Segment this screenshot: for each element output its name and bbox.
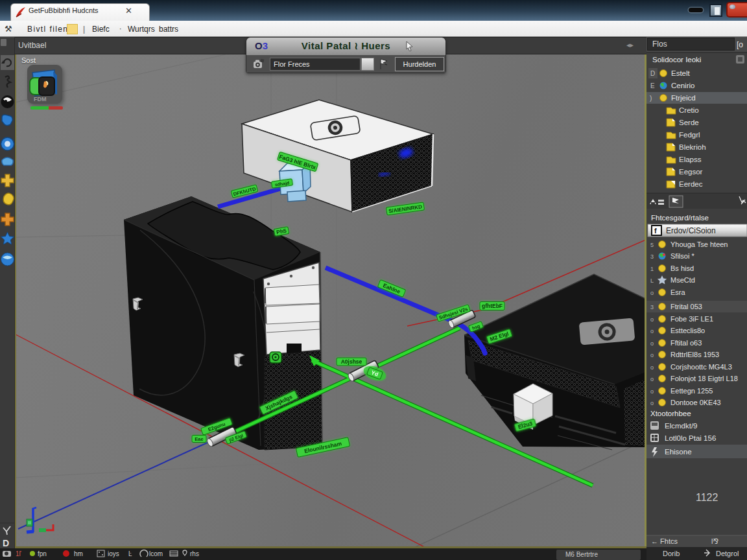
svg-text:Esra: Esra <box>670 288 686 296</box>
svg-text:1ľ: 1ľ <box>16 550 22 557</box>
svg-text:o: o <box>650 316 654 323</box>
svg-text:Ŀ: Ŀ <box>128 550 132 557</box>
svg-text:Yhouga Tse hteen: Yhouga Tse hteen <box>670 240 728 248</box>
svg-text:o: o <box>650 376 654 382</box>
svg-text:A0jshse: A0jshse <box>341 358 362 365</box>
svg-text:Cenirio: Cenirio <box>671 82 694 89</box>
svg-text:Corjshoottc MG4L3: Corjshoottc MG4L3 <box>670 363 732 371</box>
svg-text:o: o <box>650 328 654 334</box>
svg-text:1122: 1122 <box>696 492 718 503</box>
svg-text:Dontooe 0KE43: Dontooe 0KE43 <box>670 399 721 406</box>
svg-text:E: E <box>650 82 655 89</box>
svg-text:Fftital o63: Fftital o63 <box>670 339 702 347</box>
svg-text:o: o <box>650 364 654 371</box>
svg-text:L: L <box>650 277 654 284</box>
svg-text:gfhtEbF: gfhtEbF <box>482 303 503 309</box>
svg-text:o: o <box>650 400 654 406</box>
svg-text:Elcmdkt/9: Elcmdkt/9 <box>665 422 698 430</box>
svg-text:1: 1 <box>650 266 654 272</box>
svg-text:[o: [o <box>737 40 743 49</box>
svg-text:Fedgrl: Fedgrl <box>679 131 700 139</box>
svg-text:← Fhtcs: ← Fhtcs <box>651 537 678 545</box>
svg-text:fpn: fpn <box>38 550 47 557</box>
svg-text:Detgrol: Detgrol <box>716 550 739 557</box>
svg-text:l⅋: l⅋ <box>711 537 718 545</box>
svg-text:lcom: lcom <box>149 550 163 557</box>
svg-text:ioys: ioys <box>108 550 119 557</box>
svg-text:5: 5 <box>650 242 654 248</box>
svg-text:Cretio: Cretio <box>679 106 699 114</box>
svg-text:): ) <box>650 95 652 102</box>
svg-text:MseCtd: MseCtd <box>670 276 695 284</box>
svg-text:f: f <box>654 227 657 235</box>
svg-text:Elapss: Elapss <box>679 156 702 163</box>
svg-text:o: o <box>650 388 654 395</box>
svg-text:Dorib: Dorib <box>663 550 680 557</box>
svg-text:Fhtcesgard/rtalse: Fhtcesgard/rtalse <box>651 214 709 222</box>
svg-text:D: D <box>3 538 9 548</box>
svg-text:3: 3 <box>650 253 654 260</box>
svg-text:FDM: FDM <box>34 96 47 102</box>
svg-text:hm: hm <box>74 550 83 557</box>
svg-text:Ehisone: Ehisone <box>665 448 692 456</box>
svg-text:3: 3 <box>650 304 654 310</box>
svg-text:o: o <box>650 352 654 358</box>
svg-text:Eegsor: Eegsor <box>679 168 703 176</box>
svg-text:Flos: Flos <box>652 40 667 49</box>
svg-text:Eerdec: Eerdec <box>679 180 703 188</box>
svg-text:Serde: Serde <box>679 119 699 126</box>
svg-text:Eae: Eae <box>195 436 203 442</box>
svg-text:Folonjot 18 Eigtrl L18: Folonjot 18 Eigtrl L18 <box>670 375 738 382</box>
svg-text:RdttrlEl8s 1953: RdttrlEl8s 1953 <box>670 351 719 358</box>
svg-text:Estteclis8o: Estteclis8o <box>670 327 705 334</box>
svg-text:D: D <box>650 70 655 77</box>
svg-text:Fobe 3iF LE1: Fobe 3iF LE1 <box>670 315 713 323</box>
svg-text:Ftrjeicd: Ftrjeicd <box>671 94 696 102</box>
svg-text:Bs hisd: Bs hisd <box>670 264 694 272</box>
svg-text:Solidocor Ieoki: Solidocor Ieoki <box>652 56 701 64</box>
svg-text:Erdov/CiSoion: Erdov/CiSoion <box>666 226 716 235</box>
svg-text:rhs: rhs <box>190 550 199 557</box>
svg-text:Blekrioh: Blekrioh <box>679 143 706 151</box>
svg-text:o: o <box>650 290 654 296</box>
svg-text:Ftrital 053: Ftrital 053 <box>670 303 702 310</box>
svg-text:Sfilsoi *: Sfilsoi * <box>670 252 694 260</box>
svg-text:o: o <box>650 340 654 347</box>
svg-text:Lotl0lo Ptai 156: Lotl0lo Ptai 156 <box>665 434 716 442</box>
svg-text:Xtootorhbee: Xtootorhbee <box>650 410 691 417</box>
svg-text:Eettegn 1255: Eettegn 1255 <box>670 387 713 395</box>
svg-text:Estelt: Estelt <box>671 69 691 77</box>
